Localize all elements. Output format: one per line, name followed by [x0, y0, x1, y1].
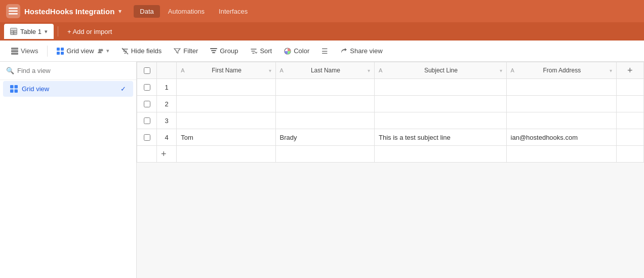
svg-rect-14	[57, 52, 60, 55]
sidebar-item-grid-view[interactable]: Grid view ✓	[3, 81, 133, 97]
row-4-subject[interactable]: This is a test subject line	[375, 129, 507, 146]
filter-button[interactable]: Filter	[169, 45, 203, 57]
row-4-num: 4	[157, 129, 177, 146]
row-4-checkbox[interactable]	[144, 134, 150, 141]
col-first-name-header[interactable]: A First Name ▾	[177, 62, 275, 79]
row-3-from[interactable]	[506, 112, 616, 129]
row-3-num: 3	[157, 112, 177, 129]
search-wrap[interactable]: 🔍	[6, 67, 130, 74]
views-button[interactable]: Views	[6, 45, 43, 57]
row-4-checkbox-cell	[137, 129, 157, 146]
first-name-type-icon: A	[181, 67, 184, 73]
row-2-from[interactable]	[506, 96, 616, 112]
svg-rect-1	[9, 11, 18, 12]
row-3-checkbox[interactable]	[144, 117, 150, 124]
row-3-last-name[interactable]	[275, 112, 374, 129]
hide-fields-label: Hide fields	[131, 47, 162, 55]
svg-rect-13	[61, 48, 64, 51]
col-subject-label: Subject Line	[385, 67, 497, 74]
search-input[interactable]	[17, 67, 130, 74]
row-4-from[interactable]: ian@hostedhooks.com	[506, 129, 616, 146]
group-button[interactable]: Group	[205, 45, 243, 57]
row-1-first-name[interactable]	[177, 79, 275, 96]
share-view-label: Share view	[350, 47, 382, 55]
svg-rect-5	[11, 31, 13, 32]
row-1-last-name[interactable]	[275, 79, 374, 96]
last-name-sort-icon[interactable]: ▾	[368, 68, 370, 73]
table-tab-1[interactable]: Table 1 ▾	[4, 24, 54, 39]
color-button[interactable]: Color	[279, 45, 314, 57]
svg-rect-4	[11, 28, 17, 30]
col-first-name-label: First Name	[187, 67, 266, 74]
svg-rect-6	[14, 31, 17, 32]
row-3-first-name[interactable]	[177, 112, 275, 129]
row-1-extra	[616, 79, 643, 96]
add-row-button[interactable]: +	[157, 146, 176, 162]
row-1-checkbox[interactable]	[144, 84, 150, 91]
row-4-last-name[interactable]: Brady	[275, 129, 374, 146]
add-table-button[interactable]: + Add or import	[62, 26, 117, 37]
sort-button[interactable]: Sort	[245, 45, 277, 57]
nav-tab-data[interactable]: Data	[134, 5, 159, 18]
row-2-first-name[interactable]	[177, 96, 275, 112]
from-type-icon: A	[511, 67, 514, 73]
group-icon	[210, 48, 217, 55]
table-row: 4 Tom Brady This is a test subject line …	[137, 129, 644, 146]
row-2-last-name[interactable]	[275, 96, 374, 112]
row-1-checkbox-cell	[137, 79, 157, 96]
col-subject-header[interactable]: A Subject Line ▾	[375, 62, 507, 79]
svg-rect-10	[11, 50, 18, 52]
row-2-extra	[616, 96, 643, 112]
row-3-subject[interactable]	[375, 112, 507, 129]
col-add-header[interactable]: +	[616, 62, 643, 79]
filter-label: Filter	[183, 47, 198, 55]
row-1-from[interactable]	[506, 79, 616, 96]
table-header-row: A First Name ▾ A Last Name ▾	[137, 62, 644, 79]
col-last-name-label: Last Name	[286, 67, 365, 74]
col-from-header[interactable]: A From Address ▾	[506, 62, 616, 79]
list-icon-button[interactable]: ☰	[316, 45, 333, 58]
add-row-checkbox	[137, 146, 157, 163]
grid-view-label: Grid view	[66, 47, 94, 55]
from-sort-icon[interactable]: ▾	[610, 68, 612, 73]
toolbar: Views Grid view ▾ Hide fields Filter	[0, 41, 644, 62]
row-2-subject[interactable]	[375, 96, 507, 112]
table-icon	[10, 28, 17, 35]
nav-tab-interfaces[interactable]: Interfaces	[213, 5, 254, 18]
svg-rect-15	[61, 52, 64, 55]
add-row-extra	[616, 146, 643, 163]
row-2-num: 2	[157, 96, 177, 112]
grid-view-dropdown-icon[interactable]: ▾	[106, 48, 109, 54]
col-rownum-header	[157, 62, 177, 79]
subject-sort-icon[interactable]: ▾	[500, 68, 502, 73]
first-name-sort-icon[interactable]: ▾	[269, 68, 271, 73]
svg-rect-8	[14, 33, 17, 34]
table-tab-dropdown-icon[interactable]: ▾	[45, 28, 48, 35]
svg-rect-24	[15, 85, 18, 89]
row-4-first-name[interactable]: Tom	[177, 129, 275, 146]
app-name-chevron[interactable]: ▾	[118, 8, 122, 15]
sort-icon	[250, 48, 257, 55]
svg-rect-12	[57, 48, 60, 51]
app-name: HostedHooks Integration	[24, 7, 114, 16]
add-row-row: +	[137, 146, 644, 163]
hide-fields-button[interactable]: Hide fields	[116, 45, 167, 57]
add-row-subject	[375, 146, 507, 163]
nav-tabs: Data Automations Interfaces	[134, 5, 254, 18]
svg-rect-11	[11, 53, 18, 55]
hide-fields-icon	[122, 48, 129, 55]
grid-view-sidebar-icon	[10, 85, 18, 93]
grid-view-button[interactable]: Grid view ▾	[52, 45, 114, 57]
row-2-checkbox[interactable]	[144, 101, 150, 107]
select-all-checkbox[interactable]	[144, 67, 150, 74]
row-1-subject[interactable]	[375, 79, 507, 96]
views-icon	[11, 48, 18, 55]
share-view-button[interactable]: Share view	[335, 45, 387, 57]
row-3-extra	[616, 112, 643, 129]
nav-tab-automations[interactable]: Automations	[162, 5, 211, 18]
views-label: Views	[21, 47, 38, 55]
filter-icon	[174, 48, 181, 55]
add-column-button[interactable]: +	[617, 62, 643, 78]
col-last-name-header[interactable]: A Last Name ▾	[275, 62, 374, 79]
row-2-checkbox-cell	[137, 96, 157, 112]
